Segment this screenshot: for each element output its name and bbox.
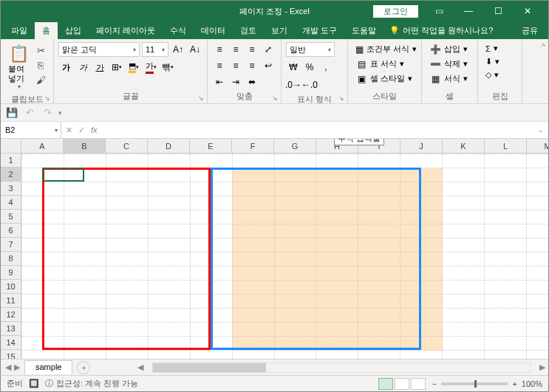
cell-E11[interactable]	[190, 295, 232, 309]
row-header-2[interactable]: 2	[1, 168, 21, 182]
cell-J5[interactable]	[400, 210, 443, 224]
col-header-K[interactable]: K	[443, 139, 485, 154]
tell-me[interactable]: 💡 어떤 작업을 원하시나요?	[383, 22, 499, 39]
ribbon-options-icon[interactable]: ▭	[424, 1, 454, 21]
align-right-icon[interactable]: ≡	[245, 58, 259, 73]
cell-D1[interactable]	[148, 154, 190, 168]
decrease-indent-icon[interactable]: ⇤	[212, 75, 227, 89]
row-header-9[interactable]: 9	[1, 266, 21, 280]
cell-M7[interactable]	[527, 238, 548, 252]
currency-icon[interactable]: ₩	[286, 60, 301, 75]
cell-H14[interactable]	[316, 337, 358, 351]
cell-A15[interactable]	[22, 351, 64, 360]
page-layout-view-button[interactable]	[395, 378, 409, 390]
cell-M5[interactable]	[527, 210, 548, 224]
cell-F8[interactable]	[232, 252, 274, 267]
cell-A10[interactable]	[22, 281, 64, 295]
decrease-font-icon[interactable]: A↓	[188, 42, 202, 57]
cell-A7[interactable]	[22, 238, 64, 252]
cell-C13[interactable]	[106, 323, 148, 337]
cell-G6[interactable]	[274, 224, 316, 238]
cell-C9[interactable]	[106, 267, 148, 281]
cell-B1[interactable]	[64, 154, 106, 168]
col-header-L[interactable]: L	[485, 139, 527, 154]
cell-E15[interactable]	[190, 351, 232, 360]
cell-B12[interactable]	[64, 309, 106, 323]
cell-B14[interactable]	[64, 337, 106, 351]
cell-H10[interactable]	[316, 281, 358, 295]
copy-icon[interactable]: ⎘	[34, 58, 47, 72]
page-break-view-button[interactable]	[411, 378, 426, 390]
cell-C3[interactable]	[106, 182, 148, 196]
cell-F3[interactable]	[232, 182, 274, 196]
row-header-10[interactable]: 10	[1, 280, 21, 294]
cell-G1[interactable]	[274, 154, 316, 168]
cell-L8[interactable]	[485, 252, 527, 267]
increase-indent-icon[interactable]: ⇥	[228, 75, 243, 89]
cell-K7[interactable]	[443, 238, 485, 252]
bold-button[interactable]: 가	[58, 60, 73, 75]
cell-G12[interactable]	[274, 309, 316, 323]
cell-A12[interactable]	[22, 309, 64, 323]
row-header-8[interactable]: 8	[1, 252, 21, 266]
cell-D4[interactable]	[148, 196, 190, 210]
cell-I10[interactable]	[358, 281, 400, 295]
increase-font-icon[interactable]: A↑	[171, 42, 185, 57]
cell-B11[interactable]	[64, 295, 106, 309]
cell-F2[interactable]	[232, 168, 274, 182]
hscroll-right-icon[interactable]: ▶	[536, 362, 548, 372]
cell-H6[interactable]	[316, 224, 358, 238]
cell-I14[interactable]	[358, 337, 400, 351]
orientation-icon[interactable]: ⤢	[261, 42, 276, 57]
cell-F5[interactable]	[232, 210, 274, 224]
font-name-select[interactable]: 맑은 고딕▾	[58, 42, 140, 57]
cell-F11[interactable]	[232, 295, 274, 309]
col-header-J[interactable]: J	[400, 139, 443, 154]
align-middle-icon[interactable]: ≡	[228, 42, 243, 57]
row-header-7[interactable]: 7	[1, 238, 21, 252]
cell-C14[interactable]	[106, 337, 148, 351]
cell-F12[interactable]	[232, 309, 274, 323]
cell-M1[interactable]	[527, 154, 548, 168]
cancel-formula-icon[interactable]: ✕	[66, 125, 72, 135]
close-icon[interactable]: ✕	[513, 1, 542, 21]
row-header-13[interactable]: 13	[1, 322, 21, 336]
cell-B8[interactable]	[64, 252, 106, 267]
cell-K6[interactable]	[443, 224, 485, 238]
cell-E9[interactable]	[190, 267, 232, 281]
cell-H5[interactable]	[316, 210, 358, 224]
cell-G10[interactable]	[274, 281, 316, 295]
align-launcher[interactable]: ↘	[272, 94, 278, 102]
number-format-select[interactable]: 일반▾	[286, 42, 335, 57]
share-button[interactable]: 공유	[514, 22, 545, 39]
merge-icon[interactable]: ⬌	[245, 75, 259, 89]
cell-G5[interactable]	[274, 210, 316, 224]
border-button[interactable]: ⊞▾	[109, 60, 124, 75]
italic-button[interactable]: 가	[75, 60, 90, 75]
row-header-3[interactable]: 3	[1, 182, 21, 196]
tab-formula[interactable]: 수식	[163, 22, 194, 39]
cell-E3[interactable]	[190, 182, 232, 196]
cell-L10[interactable]	[485, 281, 527, 295]
cell-I4[interactable]	[358, 196, 400, 210]
cell-M10[interactable]	[527, 281, 548, 295]
cell-I15[interactable]	[358, 351, 400, 360]
cell-G14[interactable]	[274, 337, 316, 351]
minimize-icon[interactable]: —	[454, 1, 483, 21]
cell-C8[interactable]	[106, 252, 148, 267]
clear-button[interactable]: ◇ ▾	[482, 69, 517, 81]
cell-A13[interactable]	[22, 323, 64, 337]
col-header-E[interactable]: E	[190, 139, 232, 154]
cell-K4[interactable]	[443, 196, 485, 210]
cell-A14[interactable]	[22, 337, 64, 351]
cell-J8[interactable]	[400, 252, 443, 267]
cell-I8[interactable]	[358, 252, 400, 267]
cell-L5[interactable]	[485, 210, 527, 224]
cell-A9[interactable]	[22, 267, 64, 281]
cell-M11[interactable]	[527, 295, 548, 309]
cell-J14[interactable]	[400, 337, 443, 351]
cell-K5[interactable]	[443, 210, 485, 224]
cell-E5[interactable]	[190, 210, 232, 224]
enter-formula-icon[interactable]: ✓	[78, 125, 85, 135]
cell-D8[interactable]	[148, 252, 190, 267]
